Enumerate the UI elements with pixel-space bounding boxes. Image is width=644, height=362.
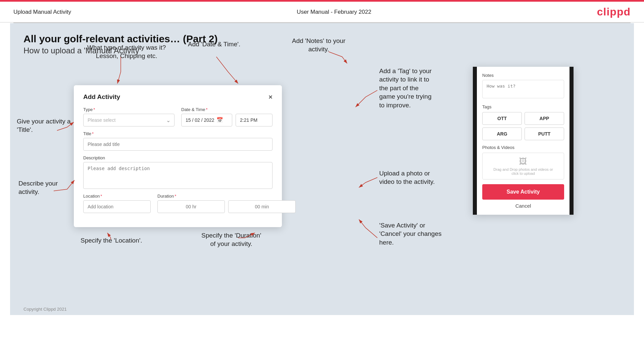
ann-describe: Describe youractivity. [18,179,58,196]
copyright: Copyright Clippd 2021 [23,307,67,312]
ann-tag: Add a 'Tag' to youractivity to link it t… [379,67,432,110]
ann-datetime: Add 'Date & Time'. [188,40,240,49]
tag-ott[interactable]: OTT [482,112,522,125]
form-row-location-duration: Location* Duration* [83,194,273,213]
cancel-button[interactable]: Cancel [482,203,564,209]
modal-title: Add Activity [83,93,120,101]
datetime-label: Date & Time* [181,107,273,112]
date-input[interactable]: 15 / 02 / 2022 📅 [181,114,232,126]
type-label: Type* [83,107,175,112]
form-group-title: Title* [83,131,273,151]
date-value: 15 / 02 / 2022 [186,117,214,123]
duration-group [157,200,296,213]
form-group-location: Location* [83,194,151,213]
duration-min-input[interactable] [228,200,296,213]
form-row-type-date: Type* Please select ⌄ Date & Time* 15 / … [83,107,273,126]
photos-hint: Drag and Drop photos and videos orclick … [493,167,553,175]
title-label: Title* [83,131,273,136]
duration-hr-input[interactable] [157,200,225,213]
location-input[interactable] [83,200,151,213]
location-label: Location* [83,194,151,199]
notes-section-label: Notes [482,73,564,78]
main-content: All your golf-relevant activities… (Part… [10,23,634,315]
ann-upload: Upload a photo orvideo to the activity. [379,169,435,186]
tag-app[interactable]: APP [525,112,564,125]
title-input[interactable] [83,138,273,151]
ann-location: Specify the 'Location'. [81,236,142,245]
ann-notes: Add 'Notes' to youractivity. [292,37,345,54]
modal-close-button[interactable]: × [268,93,273,101]
tags-section-label: Tags [482,104,564,109]
save-activity-button[interactable]: Save Activity [482,184,564,200]
type-select-wrapper: Please select ⌄ [83,114,175,126]
clippd-logo: clippd [597,6,631,18]
header-center-title: User Manual - February 2022 [297,9,371,15]
ann-give-title: Give your activity a'Title'. [17,117,71,134]
add-activity-modal: Add Activity × Type* Please select ⌄ Dat… [74,85,282,227]
tag-putt[interactable]: PUTT [525,127,564,140]
tag-arg[interactable]: ARG [482,127,522,140]
photos-dropzone[interactable]: 🖼 Drag and Drop photos and videos orclic… [482,153,564,179]
form-group-duration: Duration* [157,194,296,213]
calendar-icon: 📅 [216,117,223,123]
form-group-datetime: Date & Time* 15 / 02 / 2022 📅 2:21 PM [181,107,273,126]
type-select[interactable]: Please select [83,114,175,126]
form-group-description: Description [83,155,273,189]
tags-grid: OTT APP ARG PUTT [482,112,564,140]
top-bar: Upload Manual Activity User Manual - Feb… [0,2,644,22]
header-left-title: Upload Manual Activity [13,9,71,15]
ann-type: What type of activity was it?Lesson, Chi… [87,43,166,60]
modal-header: Add Activity × [83,93,273,101]
phone-panel: Notes Tags OTT APP ARG PUTT Photos & Vid… [473,67,574,215]
date-time-group: 15 / 02 / 2022 📅 2:21 PM [181,114,273,126]
ann-savecancel: 'Save Activity' or'Cancel' your changesh… [379,221,442,247]
description-textarea[interactable] [83,162,273,189]
time-value: 2:21 PM [240,117,257,123]
notes-textarea[interactable] [482,80,564,98]
time-input[interactable]: 2:21 PM [236,114,273,126]
description-label: Description [83,155,273,160]
logo-area: clippd [597,6,631,18]
ann-duration: Specify the 'Duration'of your activity. [201,231,261,248]
photos-section-label: Photos & Videos [482,145,564,150]
duration-label: Duration* [157,194,296,199]
photo-icon: 🖼 [519,157,527,166]
form-group-type: Type* Please select ⌄ [83,107,175,126]
